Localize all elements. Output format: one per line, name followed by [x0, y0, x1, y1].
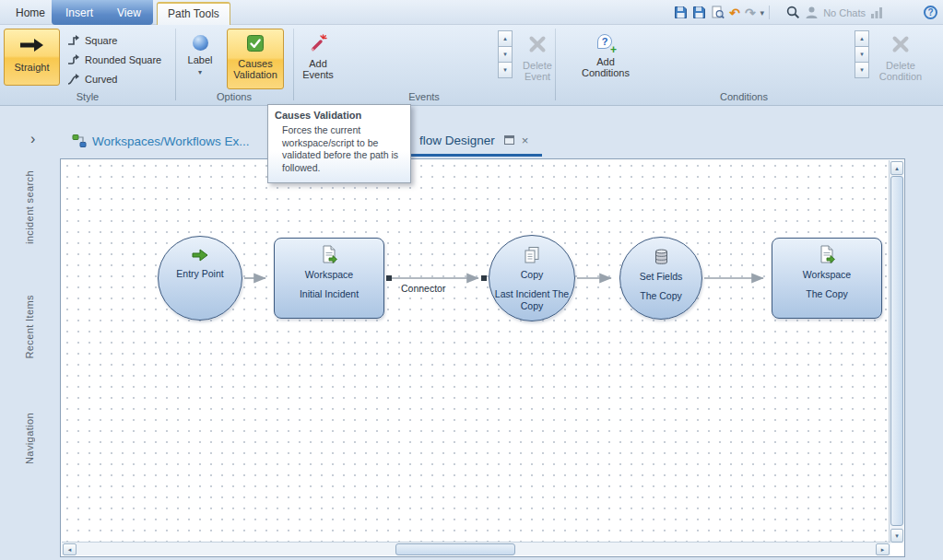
gallery-more-icon: ▾ [860, 66, 864, 74]
delete-event-x-icon [527, 34, 548, 56]
conditions-scroll-down-button[interactable]: ▾ [855, 46, 869, 63]
toolbar-separator [769, 6, 770, 19]
doc-tab2-label: flow Designer [419, 134, 495, 147]
rounded-square-style-option[interactable]: Rounded Square [66, 52, 161, 68]
node-copy-last-incident[interactable]: Copy Last Incident The Copy [489, 235, 575, 321]
undo-icon[interactable]: ↶ [729, 6, 740, 19]
workflow-connectors [62, 160, 890, 543]
node-workspace-initial-incident[interactable]: Workspace Initial Incident [274, 238, 384, 319]
sidebar-item-recent-items[interactable]: Recent Items [24, 295, 35, 359]
delete-condition-x-icon [890, 34, 911, 56]
horizontal-scrollbar[interactable]: ◂ ▸ [62, 542, 890, 555]
conditions-scroll-up-button[interactable]: ▴ [855, 30, 869, 47]
add-events-label: Add Events [298, 58, 338, 80]
workflow-canvas[interactable]: Connector Entry Point Workspace Initial … [62, 160, 890, 543]
search-magnifier-icon[interactable] [786, 6, 800, 19]
left-sidebar: incident search Recent Items Navigation [0, 157, 60, 560]
redo-icon[interactable]: ↷ [745, 6, 756, 19]
style-group-label: Style [0, 91, 175, 103]
designer-canvas-panel: Connector Entry Point Workspace Initial … [60, 158, 905, 557]
label-dropdown-caret-icon: ▾ [198, 68, 202, 76]
vertical-scroll-thumb[interactable] [890, 176, 903, 526]
scroll-left-button[interactable]: ◂ [63, 543, 77, 555]
label-button[interactable]: Label ▾ [180, 29, 220, 89]
doc-tab-workflow-designer[interactable]: flow Designer × [419, 134, 528, 147]
ribbon: Straight Square Rounded Square Curved St… [0, 25, 943, 106]
horizontal-scroll-thumb[interactable] [395, 543, 515, 555]
square-style-option[interactable]: Square [66, 32, 117, 49]
add-events-button[interactable]: Add Events [297, 29, 339, 89]
quick-access-toolbar: ↶ ↷ ▾ No Chats ? [669, 2, 937, 23]
conditions-gallery-more-button[interactable]: ▾ [855, 62, 869, 78]
curved-option-label: Curved [85, 74, 117, 85]
group-separator [175, 29, 176, 100]
document-tab-bar: Workspaces/Workflows Ex... flow Designer… [60, 129, 943, 158]
node-title: Workspace [803, 269, 851, 280]
sidebar-expand-chevron-icon[interactable]: › [30, 131, 35, 147]
add-conditions-button[interactable]: ? + Add Conditions [579, 29, 632, 89]
conditions-group-label: Conditions [555, 91, 933, 103]
tab-path-tools[interactable]: Path Tools [157, 2, 230, 25]
events-gallery-more-button[interactable]: ▾ [498, 62, 513, 78]
connector-label[interactable]: Connector [401, 283, 445, 294]
entry-point-icon [191, 247, 209, 265]
delete-event-label: Delete Event [517, 60, 558, 82]
node-title: Workspace [305, 269, 353, 280]
connector-start-handle[interactable] [386, 275, 392, 281]
square-option-label: Square [85, 35, 117, 46]
scroll-down-button[interactable]: ▾ [890, 529, 903, 542]
help-icon[interactable]: ? [924, 6, 937, 19]
node-title: Copy [521, 269, 544, 280]
curved-style-option[interactable]: Curved [66, 71, 117, 88]
tab-home[interactable]: Home [6, 4, 55, 25]
straight-button-label: Straight [15, 62, 50, 73]
node-set-fields[interactable]: Set Fields The Copy [619, 237, 702, 320]
causes-validation-label: Causes Validation [228, 58, 283, 80]
label-icon [193, 35, 208, 51]
add-events-pen-icon [309, 34, 327, 54]
node-workspace-the-copy[interactable]: Workspace The Copy [772, 238, 882, 319]
scroll-up-button[interactable]: ▴ [890, 161, 903, 175]
events-gallery-scroll: ▴ ▾ ▾ [498, 31, 513, 78]
scroll-right-button[interactable]: ▸ [876, 543, 890, 555]
gallery-more-icon: ▾ [503, 66, 507, 74]
node-entry-point[interactable]: Entry Point [158, 236, 242, 321]
dock-window-icon[interactable] [504, 135, 514, 146]
connector-end-handle[interactable] [481, 275, 487, 281]
scroll-down-icon: ▾ [895, 532, 899, 540]
straight-arrow-icon [18, 37, 46, 55]
sidebar-item-incident-search[interactable]: incident search [24, 170, 35, 244]
node-subtitle: Last Incident The Copy [493, 288, 571, 312]
curved-path-icon [66, 73, 80, 86]
tooltip-title: Causes Validation [275, 110, 404, 121]
node-subtitle: The Copy [788, 288, 866, 300]
add-conditions-label: Add Conditions [580, 56, 631, 78]
delete-event-button[interactable]: Delete Event [516, 29, 559, 89]
add-conditions-icon: ? + [596, 34, 615, 52]
scroll-down-icon: ▾ [860, 51, 864, 58]
straight-path-button[interactable]: Straight [4, 29, 60, 86]
user-presence-icon[interactable] [805, 6, 819, 19]
condition-plus-icon: + [610, 45, 617, 54]
vertical-scrollbar[interactable]: ▴ ▾ [889, 160, 903, 543]
causes-validation-button[interactable]: Causes Validation [227, 29, 284, 89]
print-preview-icon[interactable] [711, 6, 725, 19]
scroll-up-icon: ▴ [503, 35, 507, 42]
tooltip-body: Forces the current workspace/script to b… [275, 124, 404, 175]
database-icon [654, 248, 669, 268]
events-scroll-up-button[interactable]: ▴ [498, 30, 513, 47]
delete-condition-button[interactable]: Delete Condition [874, 29, 927, 89]
tab-view[interactable]: View [107, 4, 151, 25]
doc-tab-workspaces-workflows[interactable]: Workspaces/Workflows Ex... [72, 134, 250, 148]
close-tab-icon[interactable]: × [522, 135, 529, 146]
workspace-page-icon [819, 245, 836, 266]
events-scroll-down-button[interactable]: ▾ [498, 46, 513, 63]
save-all-icon[interactable] [692, 6, 706, 19]
save-icon[interactable] [674, 6, 688, 19]
scroll-right-icon: ▸ [881, 546, 885, 554]
no-chats-status[interactable]: No Chats [823, 7, 866, 18]
tab-insert[interactable]: Insert [55, 4, 103, 25]
undo-dropdown-caret-icon[interactable]: ▾ [760, 8, 765, 18]
rounded-square-option-label: Rounded Square [85, 54, 161, 65]
sidebar-item-navigation[interactable]: Navigation [24, 413, 35, 464]
